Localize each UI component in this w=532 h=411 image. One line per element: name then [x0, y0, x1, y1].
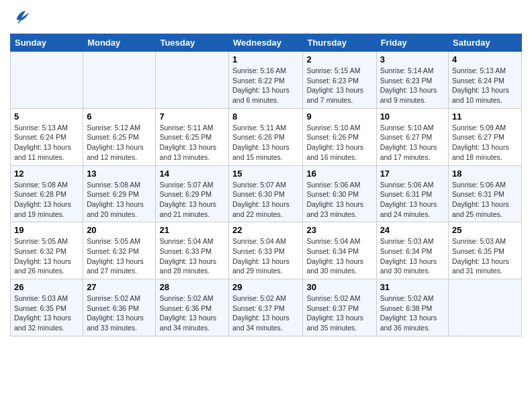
day-number-18: 18 — [452, 169, 518, 179]
cell-w3-d6: 18Sunrise: 5:06 AM Sunset: 6:31 PM Dayli… — [449, 165, 522, 222]
day-number-4: 4 — [452, 54, 518, 64]
day-number-2: 2 — [306, 54, 372, 64]
cell-w4-d2: 21Sunrise: 5:04 AM Sunset: 6:33 PM Dayli… — [156, 222, 229, 279]
cell-w1-d5: 3Sunrise: 5:14 AM Sunset: 6:23 PM Daylig… — [376, 52, 448, 109]
day-info-27: Sunrise: 5:02 AM Sunset: 6:36 PM Dayligh… — [87, 293, 152, 333]
day-info-17: Sunrise: 5:06 AM Sunset: 6:31 PM Dayligh… — [380, 180, 445, 220]
day-number-22: 22 — [232, 225, 299, 235]
day-number-26: 26 — [14, 282, 79, 292]
col-monday: Monday — [83, 34, 156, 52]
logo-icon — [11, 7, 32, 27]
header-row: Sunday Monday Tuesday Wednesday Thursday… — [11, 34, 522, 52]
week-row-1: 1Sunrise: 5:16 AM Sunset: 6:22 PM Daylig… — [11, 52, 522, 109]
day-number-13: 13 — [87, 169, 152, 179]
day-info-22: Sunrise: 5:04 AM Sunset: 6:33 PM Dayligh… — [232, 236, 299, 276]
day-number-15: 15 — [232, 169, 299, 179]
cell-w5-d1: 27Sunrise: 5:02 AM Sunset: 6:36 PM Dayli… — [83, 279, 156, 336]
day-number-24: 24 — [380, 225, 445, 235]
day-info-31: Sunrise: 5:02 AM Sunset: 6:38 PM Dayligh… — [380, 293, 445, 333]
day-number-23: 23 — [306, 225, 372, 235]
day-info-23: Sunrise: 5:04 AM Sunset: 6:34 PM Dayligh… — [306, 236, 372, 276]
day-info-7: Sunrise: 5:11 AM Sunset: 6:25 PM Dayligh… — [159, 123, 225, 163]
day-info-2: Sunrise: 5:15 AM Sunset: 6:23 PM Dayligh… — [306, 66, 372, 105]
page-header — [10, 7, 522, 27]
calendar-table: Sunday Monday Tuesday Wednesday Thursday… — [10, 34, 522, 336]
cell-w5-d6 — [449, 279, 522, 336]
day-number-3: 3 — [380, 54, 445, 64]
day-info-6: Sunrise: 5:12 AM Sunset: 6:25 PM Dayligh… — [87, 123, 152, 163]
cell-w1-d4: 2Sunrise: 5:15 AM Sunset: 6:23 PM Daylig… — [303, 52, 376, 109]
cell-w4-d3: 22Sunrise: 5:04 AM Sunset: 6:33 PM Dayli… — [229, 222, 303, 279]
col-saturday: Saturday — [449, 34, 522, 52]
cell-w3-d3: 15Sunrise: 5:07 AM Sunset: 6:30 PM Dayli… — [229, 165, 303, 222]
day-info-16: Sunrise: 5:06 AM Sunset: 6:30 PM Dayligh… — [306, 180, 372, 220]
cell-w5-d0: 26Sunrise: 5:03 AM Sunset: 6:35 PM Dayli… — [11, 279, 83, 336]
cell-w5-d5: 31Sunrise: 5:02 AM Sunset: 6:38 PM Dayli… — [376, 279, 448, 336]
cell-w3-d4: 16Sunrise: 5:06 AM Sunset: 6:30 PM Dayli… — [303, 165, 376, 222]
cell-w1-d1 — [83, 52, 156, 109]
day-number-21: 21 — [159, 225, 225, 235]
week-row-5: 26Sunrise: 5:03 AM Sunset: 6:35 PM Dayli… — [11, 279, 522, 336]
day-info-5: Sunrise: 5:13 AM Sunset: 6:24 PM Dayligh… — [14, 123, 79, 163]
cell-w4-d4: 23Sunrise: 5:04 AM Sunset: 6:34 PM Dayli… — [303, 222, 376, 279]
day-info-25: Sunrise: 5:03 AM Sunset: 6:35 PM Dayligh… — [452, 236, 518, 276]
day-number-14: 14 — [159, 169, 225, 179]
day-number-29: 29 — [232, 282, 299, 292]
day-info-29: Sunrise: 5:02 AM Sunset: 6:37 PM Dayligh… — [232, 293, 299, 333]
day-number-27: 27 — [87, 282, 152, 292]
day-number-16: 16 — [306, 169, 372, 179]
day-info-30: Sunrise: 5:02 AM Sunset: 6:37 PM Dayligh… — [306, 293, 372, 333]
day-number-9: 9 — [306, 111, 372, 122]
cell-w2-d4: 9Sunrise: 5:10 AM Sunset: 6:26 PM Daylig… — [303, 108, 376, 165]
day-number-28: 28 — [159, 282, 225, 292]
cell-w2-d5: 10Sunrise: 5:10 AM Sunset: 6:27 PM Dayli… — [376, 108, 448, 165]
col-sunday: Sunday — [11, 34, 83, 52]
cell-w3-d0: 12Sunrise: 5:08 AM Sunset: 6:28 PM Dayli… — [11, 165, 83, 222]
day-info-1: Sunrise: 5:16 AM Sunset: 6:22 PM Dayligh… — [232, 66, 299, 105]
day-number-7: 7 — [159, 111, 225, 122]
cell-w5-d2: 28Sunrise: 5:02 AM Sunset: 6:36 PM Dayli… — [156, 279, 229, 336]
day-info-10: Sunrise: 5:10 AM Sunset: 6:27 PM Dayligh… — [380, 123, 445, 163]
day-info-26: Sunrise: 5:03 AM Sunset: 6:35 PM Dayligh… — [14, 293, 79, 333]
logo — [10, 7, 32, 27]
day-number-31: 31 — [380, 282, 445, 292]
day-info-21: Sunrise: 5:04 AM Sunset: 6:33 PM Dayligh… — [159, 236, 225, 276]
cell-w1-d6: 4Sunrise: 5:13 AM Sunset: 6:24 PM Daylig… — [449, 52, 522, 109]
cell-w1-d2 — [156, 52, 229, 109]
day-number-25: 25 — [452, 225, 518, 235]
day-info-15: Sunrise: 5:07 AM Sunset: 6:30 PM Dayligh… — [232, 180, 299, 220]
day-number-8: 8 — [232, 111, 299, 122]
day-info-13: Sunrise: 5:08 AM Sunset: 6:29 PM Dayligh… — [87, 180, 152, 220]
week-row-3: 12Sunrise: 5:08 AM Sunset: 6:28 PM Dayli… — [11, 165, 522, 222]
day-info-14: Sunrise: 5:07 AM Sunset: 6:29 PM Dayligh… — [159, 180, 225, 220]
day-info-3: Sunrise: 5:14 AM Sunset: 6:23 PM Dayligh… — [380, 66, 445, 105]
col-wednesday: Wednesday — [229, 34, 303, 52]
col-friday: Friday — [376, 34, 448, 52]
day-number-10: 10 — [380, 111, 445, 122]
day-number-1: 1 — [232, 54, 299, 64]
cell-w3-d2: 14Sunrise: 5:07 AM Sunset: 6:29 PM Dayli… — [156, 165, 229, 222]
day-number-20: 20 — [87, 225, 152, 235]
day-info-20: Sunrise: 5:05 AM Sunset: 6:32 PM Dayligh… — [87, 236, 152, 276]
cell-w2-d2: 7Sunrise: 5:11 AM Sunset: 6:25 PM Daylig… — [156, 108, 229, 165]
cell-w5-d4: 30Sunrise: 5:02 AM Sunset: 6:37 PM Dayli… — [303, 279, 376, 336]
day-info-8: Sunrise: 5:11 AM Sunset: 6:26 PM Dayligh… — [232, 123, 299, 163]
day-info-19: Sunrise: 5:05 AM Sunset: 6:32 PM Dayligh… — [14, 236, 79, 276]
cell-w4-d1: 20Sunrise: 5:05 AM Sunset: 6:32 PM Dayli… — [83, 222, 156, 279]
cell-w4-d6: 25Sunrise: 5:03 AM Sunset: 6:35 PM Dayli… — [449, 222, 522, 279]
day-info-28: Sunrise: 5:02 AM Sunset: 6:36 PM Dayligh… — [159, 293, 225, 333]
day-info-11: Sunrise: 5:09 AM Sunset: 6:27 PM Dayligh… — [452, 123, 518, 163]
cell-w3-d1: 13Sunrise: 5:08 AM Sunset: 6:29 PM Dayli… — [83, 165, 156, 222]
cell-w2-d3: 8Sunrise: 5:11 AM Sunset: 6:26 PM Daylig… — [229, 108, 303, 165]
cell-w1-d0 — [11, 52, 83, 109]
cell-w4-d5: 24Sunrise: 5:03 AM Sunset: 6:34 PM Dayli… — [376, 222, 448, 279]
cell-w2-d0: 5Sunrise: 5:13 AM Sunset: 6:24 PM Daylig… — [11, 108, 83, 165]
cell-w5-d3: 29Sunrise: 5:02 AM Sunset: 6:37 PM Dayli… — [229, 279, 303, 336]
day-info-9: Sunrise: 5:10 AM Sunset: 6:26 PM Dayligh… — [306, 123, 372, 163]
cell-w1-d3: 1Sunrise: 5:16 AM Sunset: 6:22 PM Daylig… — [229, 52, 303, 109]
day-number-12: 12 — [14, 169, 79, 179]
day-info-4: Sunrise: 5:13 AM Sunset: 6:24 PM Dayligh… — [452, 66, 518, 105]
day-number-5: 5 — [14, 111, 79, 122]
cell-w3-d5: 17Sunrise: 5:06 AM Sunset: 6:31 PM Dayli… — [376, 165, 448, 222]
week-row-2: 5Sunrise: 5:13 AM Sunset: 6:24 PM Daylig… — [11, 108, 522, 165]
